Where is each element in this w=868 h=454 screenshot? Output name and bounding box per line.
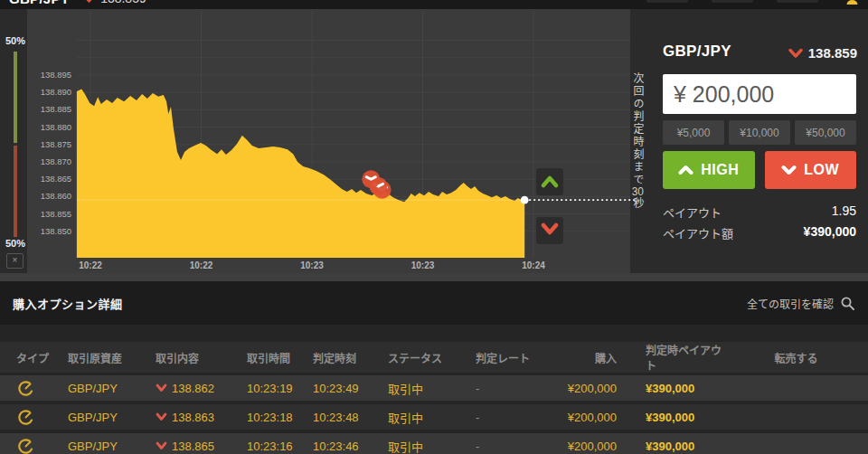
trade-direction-down-icon <box>156 383 167 393</box>
option-type-gauge-icon <box>16 379 35 398</box>
price-down-icon <box>82 0 96 4</box>
decision-rate-cell: - <box>458 411 534 424</box>
panel-symbol: GBP/JPY <box>663 43 731 61</box>
svg-text:138.890: 138.890 <box>41 87 71 97</box>
topbar-symbol: GBP/JPY <box>9 0 70 6</box>
payout-amount-label: ペイアウト額 <box>663 224 733 241</box>
high-badge[interactable] <box>536 168 563 195</box>
column-header: 取引時間 <box>227 350 304 365</box>
trade-time-cell: 10:23:19 <box>227 382 304 395</box>
next-decision-countdown: 次回の判定時刻まで30秒 <box>630 72 645 232</box>
svg-text:138.885: 138.885 <box>41 104 71 114</box>
sentiment-high-bar <box>14 52 17 143</box>
asset-cell: GBP/JPY <box>60 440 141 453</box>
purchase-cell: ¥200,000 <box>534 440 620 453</box>
topbar-price: 138.859 <box>100 0 146 5</box>
topbar-menu-fragment[interactable] <box>646 0 688 3</box>
column-header: 判定時刻 <box>304 350 381 365</box>
low-badge[interactable] <box>536 217 563 244</box>
svg-text:10:23: 10:23 <box>411 260 435 270</box>
decision-rate-cell: - <box>458 440 534 453</box>
low-trade-marker <box>362 170 380 188</box>
sentiment-gauge <box>14 52 17 237</box>
svg-text:10:23: 10:23 <box>300 260 324 270</box>
column-header: 取引内容 <box>141 350 227 365</box>
amount-input[interactable] <box>663 74 856 114</box>
status-cell: 取引中 <box>381 409 458 426</box>
status-cell: 取引中 <box>381 380 458 397</box>
sentiment-high-percent: 50% <box>4 35 27 46</box>
svg-text:138.875: 138.875 <box>41 139 71 149</box>
column-header: 判定時ペイアウト <box>620 342 724 373</box>
table-row[interactable]: GBP/JPY 138.865 10:23:16 10:23:46 取引中 - … <box>0 433 868 454</box>
column-header: ステータス <box>381 350 458 365</box>
sentiment-low-bar <box>14 146 17 237</box>
payout-label: ペイアウト <box>663 203 722 221</box>
trade-type-cell <box>0 379 60 398</box>
table-row[interactable]: GBP/JPY 138.862 10:23:19 10:23:49 取引中 - … <box>0 375 868 401</box>
view-all-trades-link[interactable]: 全ての取引を確認 <box>747 296 855 311</box>
trade-panel: GBP/JPY 138.859 ¥5,000 ¥10,000 ¥50,000 H… <box>651 9 868 276</box>
gauge-close-button[interactable]: × <box>6 253 24 269</box>
down-chevron-icon <box>781 165 797 175</box>
svg-text:138.855: 138.855 <box>41 209 71 219</box>
column-header: 購入 <box>534 350 620 365</box>
trade-detail-cell: 138.862 <box>141 382 227 395</box>
payout-row: ペイアウト 1.95 <box>651 203 868 221</box>
topbar-menu-fragment[interactable] <box>712 0 753 3</box>
high-button[interactable]: HIGH <box>663 151 755 189</box>
column-header: 取引原資産 <box>60 350 141 365</box>
trade-time-cell: 10:23:18 <box>227 411 304 424</box>
table-row[interactable]: GBP/JPY 138.863 10:23:18 10:23:48 取引中 - … <box>0 404 868 430</box>
amount-chip-10000[interactable]: ¥10,000 <box>729 120 790 145</box>
trades-table: GBP/JPY 138.862 10:23:19 10:23:49 取引中 - … <box>0 375 868 454</box>
svg-text:138.850: 138.850 <box>41 226 71 236</box>
column-header: 判定レート <box>458 350 534 365</box>
payout-cell: ¥390,000 <box>620 411 724 424</box>
payout-amount-value: ¥390,000 <box>804 224 856 241</box>
trade-type-cell <box>0 408 60 427</box>
svg-text:138.895: 138.895 <box>41 70 71 80</box>
amount-chip-5000[interactable]: ¥5,000 <box>663 120 724 145</box>
svg-text:138.865: 138.865 <box>41 174 71 184</box>
account-icon[interactable] <box>845 0 859 5</box>
column-header: 転売する <box>724 350 868 365</box>
option-type-gauge-icon <box>16 437 35 454</box>
search-icon <box>840 296 855 311</box>
trade-direction-down-icon <box>156 412 167 421</box>
purchase-cell: ¥200,000 <box>534 411 620 424</box>
payout-cell: ¥390,000 <box>620 440 724 453</box>
svg-text:10:22: 10:22 <box>190 260 213 270</box>
decision-time-cell: 10:23:46 <box>304 440 381 453</box>
amount-chip-50000[interactable]: ¥50,000 <box>795 120 856 145</box>
trade-detail-cell: 138.865 <box>141 440 227 453</box>
panel-price: 138.859 <box>788 45 857 61</box>
asset-cell: GBP/JPY <box>60 382 141 395</box>
quick-amounts: ¥5,000 ¥10,000 ¥50,000 <box>663 120 856 145</box>
current-price-dot <box>521 196 529 204</box>
svg-text:10:22: 10:22 <box>79 260 102 270</box>
section-title: 購入オプション詳細 <box>13 295 123 312</box>
sentiment-low-percent: 50% <box>4 238 27 249</box>
svg-text:138.880: 138.880 <box>41 122 71 132</box>
trade-detail-cell: 138.863 <box>141 411 227 424</box>
payout-value: 1.95 <box>832 203 856 221</box>
status-cell: 取引中 <box>381 438 458 454</box>
up-chevron-icon <box>678 165 693 175</box>
decision-rate-cell: - <box>458 382 534 395</box>
topbar-menu-fragment[interactable] <box>777 0 818 3</box>
asset-cell: GBP/JPY <box>60 411 141 424</box>
trade-type-cell <box>0 437 60 454</box>
price-down-icon <box>788 48 803 59</box>
payout-amount-row: ペイアウト額 ¥390,000 <box>651 224 868 241</box>
decision-time-cell: 10:23:49 <box>304 382 381 395</box>
chart-footer-strip <box>0 273 868 281</box>
top-bar: GBP/JPY 138.859 <box>0 0 868 9</box>
low-button[interactable]: LOW <box>765 151 857 189</box>
section-bar: 購入オプション詳細 全ての取引を確認 <box>0 281 868 325</box>
option-type-gauge-icon <box>16 408 35 427</box>
svg-text:138.870: 138.870 <box>41 156 71 166</box>
column-header: タイプ <box>0 350 60 365</box>
purchase-cell: ¥200,000 <box>534 382 620 395</box>
svg-text:138.860: 138.860 <box>41 191 71 201</box>
